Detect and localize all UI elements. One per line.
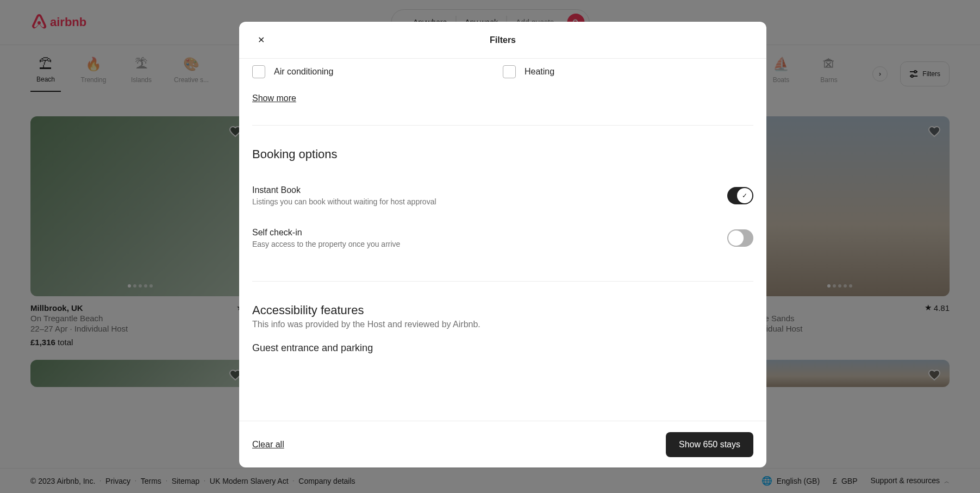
- close-button[interactable]: ✕: [252, 32, 270, 49]
- accessibility-subtitle: This info was provided by the Host and r…: [252, 320, 753, 329]
- modal-header: ✕ Filters: [239, 22, 766, 59]
- show-more-link[interactable]: Show more: [252, 93, 296, 103]
- show-results-button[interactable]: Show 650 stays: [666, 432, 753, 457]
- toggle-knob: ✓: [737, 188, 752, 203]
- clear-all-button[interactable]: Clear all: [252, 440, 284, 450]
- filters-modal: ✕ Filters Air conditioning Heating Show …: [239, 22, 766, 467]
- checkbox[interactable]: [252, 65, 265, 78]
- divider: [252, 125, 753, 126]
- self-checkin-option: Self check-in Easy access to the propert…: [252, 217, 753, 259]
- guest-entrance-heading: Guest entrance and parking: [252, 342, 753, 354]
- amenity-heating[interactable]: Heating: [503, 65, 753, 78]
- modal-footer: Clear all Show 650 stays: [239, 421, 766, 467]
- instant-book-option: Instant Book Listings you can book witho…: [252, 174, 753, 217]
- amenity-air-conditioning[interactable]: Air conditioning: [252, 65, 503, 78]
- instant-book-toggle[interactable]: ✓: [727, 187, 753, 204]
- modal-body[interactable]: Air conditioning Heating Show more Booki…: [239, 59, 766, 421]
- divider: [252, 281, 753, 282]
- check-icon: ✓: [742, 192, 747, 199]
- modal-title: Filters: [490, 35, 516, 45]
- option-title: Self check-in: [252, 228, 400, 238]
- option-desc: Easy access to the property once you arr…: [252, 240, 400, 248]
- toggle-knob: [728, 230, 744, 246]
- booking-options-title: Booking options: [252, 147, 753, 161]
- close-icon: ✕: [258, 35, 265, 45]
- option-title: Instant Book: [252, 185, 436, 195]
- accessibility-title: Accessibility features: [252, 303, 753, 317]
- checkbox[interactable]: [503, 65, 516, 78]
- option-desc: Listings you can book without waiting fo…: [252, 197, 436, 206]
- self-checkin-toggle[interactable]: [727, 229, 753, 247]
